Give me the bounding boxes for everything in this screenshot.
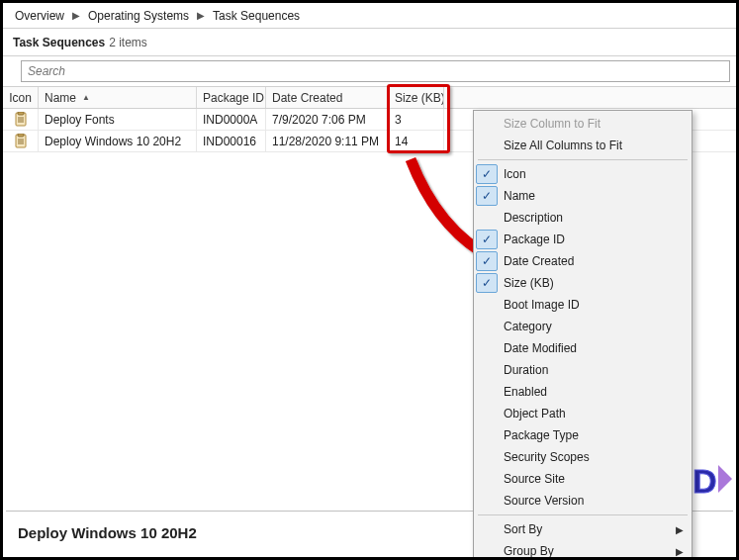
- svg-marker-12: [718, 465, 732, 493]
- svg-text:D: D: [693, 462, 717, 500]
- menu-toggle-column[interactable]: Description: [476, 207, 690, 229]
- menu-check-placeholder: [476, 469, 498, 489]
- menu-toggle-column[interactable]: Source Site: [476, 468, 690, 490]
- menu-toggle-column[interactable]: ✓Icon: [476, 163, 690, 185]
- menu-sort-by[interactable]: Sort By ▶: [476, 518, 690, 540]
- menu-check-placeholder: [476, 114, 498, 134]
- menu-check-placeholder: [476, 338, 498, 358]
- column-header-size[interactable]: Size (KB): [389, 87, 444, 108]
- checkmark-icon: ✓: [476, 251, 498, 271]
- page-title: Task Sequences: [13, 36, 105, 49]
- menu-toggle-column[interactable]: Category: [476, 316, 690, 337]
- breadcrumb-operating-systems[interactable]: Operating Systems: [82, 7, 195, 25]
- row-icon-cell: [3, 109, 39, 130]
- detail-title: Deploy Windows 10 20H2: [18, 524, 197, 541]
- menu-check-placeholder: [476, 382, 498, 402]
- menu-label: Object Path: [504, 407, 684, 420]
- menu-check-placeholder: [476, 295, 498, 315]
- menu-toggle-column[interactable]: Date Modified: [476, 337, 690, 359]
- menu-toggle-column[interactable]: Enabled: [476, 381, 690, 403]
- menu-toggle-column[interactable]: Boot Image ID: [476, 294, 690, 316]
- menu-label: Enabled: [504, 385, 684, 399]
- menu-toggle-column[interactable]: Source Version: [476, 490, 690, 512]
- menu-label: Date Created: [504, 254, 684, 268]
- row-icon-cell: [3, 131, 39, 151]
- row-date-created: 7/9/2020 7:06 PM: [266, 109, 389, 130]
- row-size: 3: [389, 109, 444, 130]
- menu-separator: [478, 159, 688, 160]
- svg-rect-6: [18, 134, 24, 137]
- menu-label: Size (KB): [504, 276, 684, 290]
- column-header-icon[interactable]: Icon: [3, 87, 39, 108]
- menu-label: Date Modified: [504, 341, 684, 355]
- menu-label: Sort By: [504, 522, 676, 536]
- menu-toggle-column[interactable]: Object Path: [476, 403, 690, 424]
- grid-header[interactable]: Icon Name ▲ Package ID Date Created Size…: [3, 87, 736, 109]
- column-header-package-id[interactable]: Package ID: [197, 87, 266, 108]
- menu-toggle-column[interactable]: ✓Name: [476, 185, 690, 207]
- menu-check-placeholder: [476, 404, 498, 423]
- menu-label: Boot Image ID: [504, 298, 684, 312]
- task-sequence-icon: [13, 112, 29, 128]
- checkmark-icon: ✓: [476, 186, 498, 206]
- item-count: 2 items: [109, 36, 147, 49]
- menu-label: Source Version: [504, 494, 684, 508]
- menu-label: Name: [504, 189, 684, 203]
- checkmark-icon: ✓: [476, 164, 498, 184]
- menu-check-placeholder: [476, 519, 498, 539]
- menu-toggle-column[interactable]: Duration: [476, 359, 690, 381]
- menu-toggle-column[interactable]: Security Scopes: [476, 446, 690, 468]
- task-sequence-icon: [13, 134, 29, 149]
- menu-toggle-column[interactable]: ✓Date Created: [476, 250, 690, 272]
- menu-size-column-to-fit: Size Column to Fit: [476, 113, 690, 135]
- menu-separator: [478, 514, 688, 515]
- menu-label: Duration: [504, 363, 684, 377]
- breadcrumb-task-sequences[interactable]: Task Sequences: [207, 7, 306, 25]
- chevron-right-icon: ▶: [70, 10, 82, 21]
- column-header-name-label: Name: [45, 91, 76, 105]
- menu-label: Package Type: [504, 428, 684, 442]
- row-name: Deploy Windows 10 20H2: [39, 131, 197, 151]
- svg-rect-1: [18, 112, 24, 115]
- menu-label: Package ID: [504, 233, 684, 246]
- menu-group-by[interactable]: Group By ▶: [476, 540, 690, 560]
- title-bar: Task Sequences 2 items: [3, 29, 736, 56]
- row-date-created: 11/28/2020 9:11 PM: [266, 131, 389, 151]
- checkmark-icon: ✓: [476, 273, 498, 293]
- sort-asc-icon: ▲: [82, 93, 90, 102]
- submenu-arrow-icon: ▶: [676, 546, 684, 557]
- menu-check-placeholder: [476, 208, 498, 228]
- menu-check-placeholder: [476, 541, 498, 560]
- menu-label: Source Site: [504, 472, 684, 486]
- menu-toggle-column[interactable]: ✓Size (KB): [476, 272, 690, 294]
- row-name: Deploy Fonts: [39, 109, 197, 130]
- column-header-date-created[interactable]: Date Created: [266, 87, 389, 108]
- watermark-logo-icon: D: [689, 457, 736, 508]
- column-context-menu: Size Column to Fit Size All Columns to F…: [473, 110, 693, 560]
- chevron-right-icon: ▶: [195, 10, 207, 21]
- row-package-id: IND00016: [197, 131, 266, 151]
- menu-label: Category: [504, 320, 684, 333]
- breadcrumb: Overview ▶ Operating Systems ▶ Task Sequ…: [3, 3, 736, 29]
- menu-check-placeholder: [476, 360, 498, 380]
- menu-toggle-column[interactable]: ✓Package ID: [476, 229, 690, 250]
- search-input[interactable]: [21, 60, 730, 82]
- menu-toggle-column[interactable]: Package Type: [476, 424, 690, 446]
- menu-check-placeholder: [476, 425, 498, 445]
- menu-size-all-columns-to-fit[interactable]: Size All Columns to Fit: [476, 135, 690, 156]
- submenu-arrow-icon: ▶: [676, 524, 684, 535]
- menu-label: Description: [504, 211, 684, 225]
- menu-check-placeholder: [476, 136, 498, 155]
- menu-check-placeholder: [476, 491, 498, 511]
- breadcrumb-overview[interactable]: Overview: [9, 7, 70, 25]
- row-size: 14: [389, 131, 444, 151]
- menu-label: Security Scopes: [504, 450, 684, 464]
- menu-label: Icon: [504, 167, 684, 181]
- column-header-name[interactable]: Name ▲: [39, 87, 197, 108]
- menu-label: Size All Columns to Fit: [504, 139, 684, 152]
- menu-label: Size Column to Fit: [504, 117, 684, 131]
- search-wrap: [3, 56, 736, 87]
- menu-label: Group By: [504, 544, 676, 558]
- menu-check-placeholder: [476, 447, 498, 467]
- checkmark-icon: ✓: [476, 230, 498, 249]
